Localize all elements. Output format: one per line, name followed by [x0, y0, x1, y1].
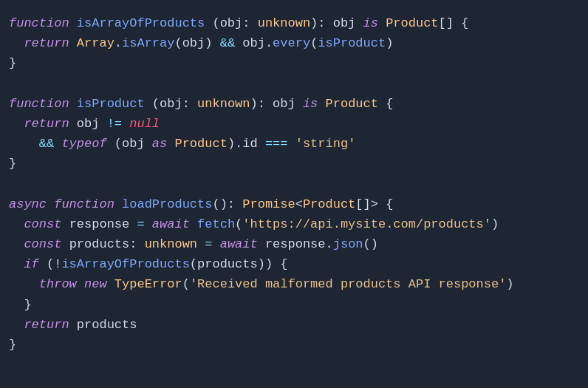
code-line-11: const response = await fetch('https://ap…: [9, 214, 579, 234]
code-line-6: return obj != null: [9, 114, 579, 134]
code-line-7: && typeof (obj as Product).id === 'strin…: [9, 134, 579, 154]
code-line-9: [9, 174, 579, 194]
code-line-2: return Array.isArray(obj) && obj.every(i…: [9, 33, 579, 53]
code-line-5: function isProduct (obj: unknown): obj i…: [9, 94, 579, 114]
code-line-15: }: [9, 295, 579, 315]
code-line-13: if (!isArrayOfProducts(products)) {: [9, 254, 579, 274]
code-line-17: }: [9, 335, 579, 355]
code-line-16: return products: [9, 315, 579, 335]
code-line-12: const products: unknown = await response…: [9, 234, 579, 254]
code-line-10: async function loadProducts(): Promise<P…: [9, 194, 579, 214]
code-line-8: }: [9, 154, 579, 174]
code-line-4: [9, 74, 579, 94]
code-line-1: function isArrayOfProducts (obj: unknown…: [9, 13, 579, 33]
code-line-3: }: [9, 53, 579, 73]
code-line-14: throw new TypeError('Received malformed …: [9, 274, 579, 294]
code-editor: function isArrayOfProducts (obj: unknown…: [0, 0, 588, 388]
